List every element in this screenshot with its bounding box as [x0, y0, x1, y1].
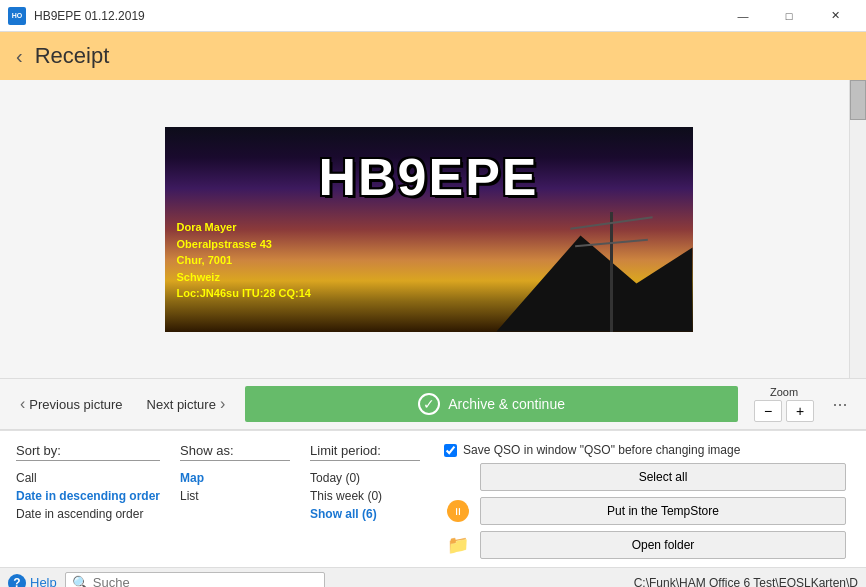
save-qso-checkbox-row: Save QSO in window "QSO" before changing… [444, 439, 846, 457]
status-bar: ? Help 🔍 C:\Funk\HAM Office 6 Test\EQSLK… [0, 567, 866, 587]
open-folder-row: 📁 Open folder [444, 531, 846, 559]
period-show-all[interactable]: Show all (6) [310, 505, 420, 523]
sort-by-call[interactable]: Call [16, 469, 160, 487]
title-bar: HO HB9EPE 01.12.2019 — □ ✕ [0, 0, 866, 32]
previous-picture-label: Previous picture [29, 397, 122, 412]
qsl-antenna [610, 212, 613, 332]
zoom-label: Zoom [770, 386, 798, 398]
qsl-image-area: HB9EPE Dora Mayer Oberalpstrasse 43 Chur… [0, 80, 849, 378]
sort-by-date-desc[interactable]: Date in descending order [16, 487, 160, 505]
qsl-address-line5: Loc:JN46su ITU:28 CQ:14 [177, 285, 311, 302]
select-all-button[interactable]: Select all [480, 463, 846, 491]
tempstore-row: ⏸ Put in the TempStore [444, 497, 846, 525]
folder-icon-container: 📁 [444, 531, 472, 559]
help-button[interactable]: ? Help [8, 574, 57, 588]
pause-icon-container: ⏸ [444, 497, 472, 525]
show-as-column: Show as: Map List [176, 439, 306, 559]
show-as-label: Show as: [180, 443, 290, 461]
more-options-button[interactable]: ··· [822, 386, 858, 422]
header-bar: ‹ Receipt [0, 32, 866, 80]
qsl-address-line1: Dora Mayer [177, 219, 311, 236]
scrollbar-thumb[interactable] [850, 80, 866, 120]
tempstore-icon: ⏸ [447, 500, 469, 522]
qsl-card: HB9EPE Dora Mayer Oberalpstrasse 43 Chur… [165, 127, 693, 332]
folder-icon: 📁 [447, 534, 469, 556]
open-folder-button[interactable]: Open folder [480, 531, 846, 559]
tempstore-button[interactable]: Put in the TempStore [480, 497, 846, 525]
sort-by-column: Sort by: Call Date in descending order D… [12, 439, 176, 559]
page-title: Receipt [35, 43, 110, 69]
prev-arrow-icon: ‹ [20, 395, 25, 413]
period-this-week[interactable]: This week (0) [310, 487, 420, 505]
limit-period-label: Limit period: [310, 443, 420, 461]
scrollbar[interactable] [849, 80, 866, 378]
previous-picture-button[interactable]: ‹ Previous picture [8, 387, 135, 421]
zoom-in-button[interactable]: + [786, 400, 814, 422]
minimize-button[interactable]: — [720, 0, 766, 32]
next-arrow-icon: › [220, 395, 225, 413]
zoom-out-button[interactable]: − [754, 400, 782, 422]
limit-period-column: Limit period: Today (0) This week (0) Sh… [306, 439, 436, 559]
sort-by-label: Sort by: [16, 443, 160, 461]
title-bar-text: HB9EPE 01.12.2019 [34, 9, 720, 23]
qsl-address-line4: Schweiz [177, 269, 311, 286]
app-icon: HO [8, 7, 26, 25]
qsl-callsign: HB9EPE [318, 147, 538, 207]
select-all-row: Select all [444, 463, 846, 491]
search-area: 🔍 [65, 572, 325, 588]
main-content-area: HB9EPE Dora Mayer Oberalpstrasse 43 Chur… [0, 80, 866, 378]
help-icon: ? [8, 574, 26, 588]
back-button[interactable]: ‹ [16, 45, 23, 68]
period-today[interactable]: Today (0) [310, 469, 420, 487]
sort-by-date-asc[interactable]: Date in ascending order [16, 505, 160, 523]
search-input[interactable] [93, 575, 293, 587]
archive-label: Archive & continue [448, 396, 565, 412]
right-actions-panel: Save QSO in window "QSO" before changing… [436, 439, 854, 559]
qsl-address: Dora Mayer Oberalpstrasse 43 Chur, 7001 … [177, 219, 311, 302]
search-icon: 🔍 [72, 575, 89, 588]
show-as-list[interactable]: List [180, 487, 290, 505]
archive-continue-button[interactable]: ✓ Archive & continue [245, 386, 738, 422]
next-picture-label: Next picture [147, 397, 216, 412]
next-picture-button[interactable]: Next picture › [135, 387, 238, 421]
status-path: C:\Funk\HAM Office 6 Test\EQSLKarten\D [333, 576, 858, 588]
maximize-button[interactable]: □ [766, 0, 812, 32]
check-circle-icon: ✓ [418, 393, 440, 415]
qsl-address-line3: Chur, 7001 [177, 252, 311, 269]
qsl-address-line2: Oberalpstrasse 43 [177, 236, 311, 253]
zoom-control: Zoom − + [746, 382, 822, 426]
help-label: Help [30, 575, 57, 587]
navigation-bar: ‹ Previous picture Next picture › ✓ Arch… [0, 378, 866, 430]
show-as-map[interactable]: Map [180, 469, 290, 487]
title-bar-controls: — □ ✕ [720, 0, 858, 32]
bottom-panel: Sort by: Call Date in descending order D… [0, 430, 866, 567]
save-qso-label: Save QSO in window "QSO" before changing… [463, 443, 740, 457]
save-qso-checkbox[interactable] [444, 444, 457, 457]
close-button[interactable]: ✕ [812, 0, 858, 32]
zoom-buttons: − + [754, 400, 814, 422]
